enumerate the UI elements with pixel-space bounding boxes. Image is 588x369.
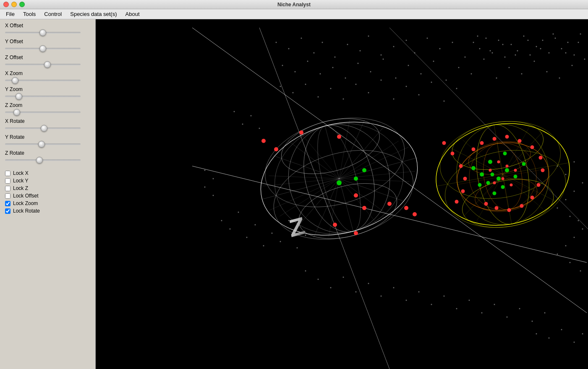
- svg-point-239: [493, 192, 497, 195]
- menu-species[interactable]: Species data set(s): [66, 10, 121, 18]
- svg-point-62: [511, 44, 512, 45]
- z-rotate-group: Z Rotate: [5, 150, 90, 164]
- svg-point-93: [255, 224, 256, 226]
- svg-point-22: [477, 36, 478, 37]
- svg-point-212: [480, 141, 484, 145]
- svg-point-237: [514, 175, 517, 179]
- svg-point-28: [553, 34, 554, 35]
- svg-point-110: [574, 237, 575, 238]
- z-offset-slider[interactable]: [5, 64, 81, 65]
- svg-point-102: [574, 161, 575, 163]
- z-zoom-slider[interactable]: [5, 112, 81, 113]
- menu-file[interactable]: File: [2, 10, 19, 18]
- svg-point-56: [473, 42, 474, 43]
- y-offset-label: Y Offset: [5, 39, 90, 44]
- x-zoom-track[interactable]: [5, 77, 81, 84]
- svg-point-9: [322, 42, 323, 43]
- svg-point-31: [282, 65, 283, 66]
- z-zoom-track[interactable]: [5, 109, 81, 116]
- x-rotate-slider[interactable]: [5, 127, 81, 129]
- x-offset-slider[interactable]: [5, 32, 81, 34]
- svg-point-206: [451, 152, 455, 156]
- svg-point-57: [479, 48, 481, 49]
- y-zoom-track[interactable]: [5, 93, 81, 100]
- svg-point-71: [567, 42, 569, 43]
- svg-point-90: [230, 229, 231, 230]
- lock-rotate-checkbox[interactable]: [5, 208, 10, 214]
- menu-tools[interactable]: Tools: [19, 10, 40, 18]
- lock-zoom-item[interactable]: Lock Zoom: [5, 200, 90, 206]
- svg-point-10: [335, 57, 336, 58]
- svg-point-170: [274, 147, 278, 151]
- svg-point-5: [276, 42, 277, 43]
- y-zoom-slider[interactable]: [5, 96, 81, 97]
- lock-offset-item[interactable]: Lock Offset: [5, 193, 90, 199]
- svg-point-173: [354, 193, 358, 197]
- svg-point-83: [393, 99, 395, 100]
- title-bar: Niche Analyst: [0, 0, 588, 9]
- z-offset-track[interactable]: [5, 61, 81, 68]
- y-offset-track[interactable]: [5, 45, 81, 52]
- close-button[interactable]: [3, 2, 9, 7]
- svg-point-224: [484, 202, 488, 206]
- lock-z-checkbox[interactable]: [5, 186, 10, 191]
- lock-x-label: Lock X: [13, 170, 29, 176]
- lock-x-checkbox[interactable]: [5, 171, 10, 176]
- svg-point-48: [496, 78, 497, 79]
- lock-z-label: Lock Z: [13, 185, 28, 191]
- y-rotate-slider[interactable]: [5, 143, 81, 145]
- lock-y-item[interactable]: Lock Y: [5, 178, 90, 184]
- svg-point-242: [503, 152, 507, 156]
- y-offset-group: Y Offset: [5, 39, 90, 52]
- svg-point-244: [491, 173, 494, 177]
- lock-offset-checkbox[interactable]: [5, 193, 10, 199]
- svg-point-137: [561, 329, 562, 330]
- x-rotate-track[interactable]: [5, 125, 81, 132]
- svg-point-8: [314, 52, 315, 54]
- lock-zoom-checkbox[interactable]: [5, 201, 10, 206]
- maximize-button[interactable]: [19, 2, 25, 7]
- svg-point-21: [465, 57, 466, 58]
- svg-point-120: [368, 283, 369, 284]
- svg-point-171: [299, 130, 303, 135]
- lock-z-item[interactable]: Lock Z: [5, 185, 90, 191]
- svg-point-135: [536, 333, 537, 335]
- svg-point-24: [502, 44, 504, 45]
- svg-point-131: [507, 317, 508, 318]
- 3d-viewport[interactable]: Z: [96, 19, 588, 369]
- svg-point-228: [514, 169, 517, 172]
- svg-point-143: [259, 128, 260, 129]
- svg-point-136: [549, 338, 550, 339]
- menu-about[interactable]: About: [121, 10, 144, 18]
- svg-point-106: [557, 208, 558, 209]
- svg-point-77: [318, 96, 319, 98]
- svg-point-238: [501, 185, 505, 189]
- svg-point-54: [572, 65, 573, 66]
- svg-point-63: [517, 50, 518, 52]
- window-controls[interactable]: [3, 2, 25, 7]
- z-rotate-slider[interactable]: [5, 159, 81, 161]
- y-offset-slider[interactable]: [5, 48, 81, 49]
- y-rotate-label: Y Rotate: [5, 134, 90, 140]
- svg-point-68: [549, 52, 550, 54]
- svg-point-37: [358, 63, 359, 64]
- svg-point-67: [542, 40, 544, 41]
- svg-point-141: [242, 124, 243, 125]
- minimize-button[interactable]: [11, 2, 17, 7]
- svg-point-122: [393, 287, 395, 288]
- app-title: Niche Analyst: [277, 2, 311, 8]
- lock-rotate-item[interactable]: Lock Rotate: [5, 208, 90, 214]
- lock-x-item[interactable]: Lock X: [5, 170, 90, 176]
- menu-control[interactable]: Control: [40, 10, 66, 18]
- svg-point-61: [504, 57, 506, 58]
- lock-y-checkbox[interactable]: [5, 178, 10, 184]
- x-offset-track[interactable]: [5, 29, 81, 36]
- z-rotate-track[interactable]: [5, 157, 81, 164]
- svg-point-96: [280, 241, 281, 242]
- svg-point-79: [343, 99, 344, 100]
- svg-point-14: [381, 55, 382, 56]
- svg-point-23: [490, 50, 491, 52]
- y-rotate-track[interactable]: [5, 141, 81, 148]
- visualization-canvas: Z: [96, 19, 588, 369]
- x-zoom-slider[interactable]: [5, 80, 81, 81]
